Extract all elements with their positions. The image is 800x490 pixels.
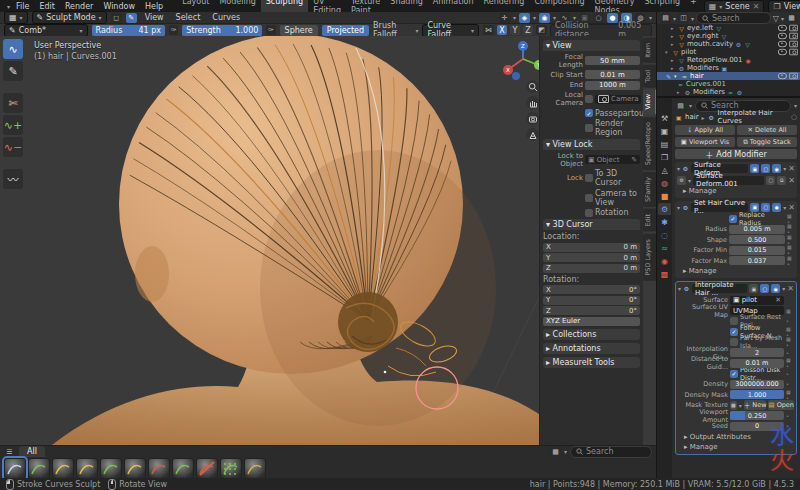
factor-min-field[interactable]: 0.015 [729,246,785,255]
pivot-point-button[interactable]: ✛ [499,13,510,23]
outliner-row-active[interactable]: ✎ ▾≈hair [657,72,800,80]
scene-tab-icon[interactable]: ◬ [658,164,671,176]
local-camera-object-field[interactable]: Camera [595,95,641,104]
poisson-disk-checkbox[interactable] [730,370,738,378]
outliner-row[interactable]: ▸▽eye.right ▽ [657,32,800,40]
outliner-search-input[interactable]: Search [696,12,771,24]
radius-field[interactable]: 0.005 m [729,225,785,234]
slide-brush-thumbnail[interactable] [244,458,266,479]
cursor-section-header[interactable]: ▾ 3D Cursor [543,219,640,230]
cursor-loc-x[interactable]: X0 m [543,243,640,252]
replace-radius-checkbox[interactable] [729,215,737,223]
radius-slider[interactable]: Radius41 px [92,25,166,36]
toggle-stack-button[interactable]: ⧉Toggle Stack [737,137,797,147]
breadcrumb-object[interactable]: hair [685,113,699,121]
mirror-z-button[interactable]: Z [523,25,533,35]
outliner-row[interactable]: ▸⚙Modifiers ≈⚙ [657,88,800,96]
view-section-header[interactable]: ▾ View [543,40,640,51]
world-tab-icon[interactable]: ◍ [658,177,671,189]
menu-select[interactable]: Select [172,13,205,22]
surface-object-field[interactable]: ▣pilot✕ [730,296,784,305]
falloff-shape-icon[interactable]: ◩ [536,25,547,35]
cursor-rot-y[interactable]: Y0° [543,296,640,305]
realtime-toggle[interactable]: ▢ [760,284,769,293]
breadcrumb-modifier[interactable]: Interpolate Hair Curves [718,109,788,125]
hide-toggle-icon[interactable] [778,25,787,31]
physics-tab-icon[interactable]: ◌ [658,229,671,241]
bind-icon[interactable]: ▢ [766,176,775,185]
density-mask-slider[interactable]: 1.000 [730,390,784,399]
cursor-rot-z[interactable]: Z0° [543,306,640,315]
slide-tool-button[interactable]: 〰 [3,169,23,189]
outliner-row[interactable]: ▸▽mouth.cavity ⚙▽ [657,40,800,48]
pin-icon[interactable]: ○ [791,113,797,121]
viewlayer-selector[interactable]: ❒ ViewLayer ✕ [768,0,800,13]
outliner-row[interactable]: ▸▽RetopoFlow.001 ◉ [657,56,800,64]
shape-field[interactable]: 0.500 [729,235,785,244]
outliner-row[interactable]: ≈Curves.001 [657,80,800,88]
part-by-mesh-islands-checkbox[interactable] [730,338,738,346]
modifiers-tab-icon[interactable]: ⚙ [658,203,671,215]
copy-icon[interactable]: ⧉ [777,176,786,185]
data-tab-icon[interactable]: ≈ [658,242,671,254]
object-tab-icon[interactable]: ■ [658,190,671,202]
smooth-brush-thumbnail[interactable] [172,458,194,479]
local-camera-checkbox[interactable] [585,95,593,103]
sidebar-tab-tool[interactable]: Tool [643,65,656,88]
interpolation-guides-field[interactable]: 2 [730,348,784,357]
shelf-menu-icon[interactable]: ☰ [4,447,15,457]
lock-to-object-field[interactable]: ▣Object✎ [585,155,640,164]
render-tab-icon[interactable]: ▣ [658,125,671,137]
close-icon[interactable]: ✕ [787,284,794,293]
rotation-order-dropdown[interactable]: XYZ Euler [543,317,640,326]
delete-tool-button[interactable]: ∿− [3,137,23,157]
comb-brush-thumbnail[interactable] [4,458,26,479]
scene-selector[interactable]: ▦▾ Scene ✕ [704,0,765,13]
add-brush-thumbnail[interactable] [28,458,50,479]
passepartout-checkbox[interactable] [585,109,593,117]
collision-distance-field[interactable]: Collision distance 0.005 m [550,24,652,37]
modifier-icon-dropdown[interactable]: ⚙ [677,176,686,185]
new-texture-button[interactable]: ＋New [744,400,767,410]
realtime-toggle[interactable]: ▢ [761,164,770,173]
menu-curves[interactable]: Curves [208,13,244,22]
editor-type-button[interactable]: ▦▾ [4,11,28,24]
factor-max-field[interactable]: 0.037 [729,256,785,265]
output-tab-icon[interactable]: ▤ [658,138,671,150]
clip-start-field[interactable]: 0.01 m [585,70,640,79]
properties-editor-icon[interactable]: ▤ [675,101,686,111]
edit-mode-toggle[interactable]: ▣ [749,284,758,293]
sphere-button[interactable]: Sphere [280,25,318,36]
perspective-toggle-icon[interactable] [526,128,539,141]
extras-menu-icon[interactable]: ▾ [782,285,785,292]
add-tool-button[interactable]: ∿+ [3,115,23,135]
outliner-row[interactable]: ▾▽pilot [657,48,800,56]
sidebar-tab-sfamily[interactable]: SFamily [643,172,656,207]
surface-deform-target-field[interactable]: Surface Deform.001 [693,176,764,185]
paint-tool-button[interactable]: ✎ [3,61,23,81]
proportional-editing-button[interactable]: ◉ [539,13,550,23]
apply-all-button[interactable]: ↓Apply All [675,125,735,135]
curve-falloff-dropdown[interactable]: Curve Falloff▾ [422,24,479,37]
expand-icon[interactable]: ▾ [677,165,680,172]
hide-toggle-icon[interactable] [778,41,787,47]
close-icon[interactable]: ✕ [788,164,795,173]
comb-tool-button[interactable]: ∿ [3,39,23,59]
sidebar-tab-edit[interactable]: Edit [643,209,656,232]
manage-subpanel[interactable]: ▸ Manage [683,267,795,275]
zoom-icon[interactable] [526,80,539,93]
strength-slider[interactable]: Strength1.000 [182,25,262,36]
material-tab-icon[interactable]: ◉ [658,255,671,267]
menu-view[interactable]: View [141,13,168,22]
cut-brush-thumbnail[interactable] [148,458,170,479]
viewlayer-tab-icon[interactable]: ❒ [658,151,671,163]
outliner-row[interactable]: ▸▽eye.left ▽ [657,24,800,32]
render-toggle[interactable]: ◉ [771,284,780,293]
hide-toggle-icon[interactable] [778,73,787,79]
puff-brush-thumbnail[interactable] [52,458,74,479]
strength-pressure-icon[interactable]: ✑ [266,25,275,35]
new-collection-icon[interactable]: ▦ [786,13,797,23]
close-icon[interactable]: ✕ [788,203,795,212]
lock-3d-cursor-checkbox[interactable] [585,174,593,182]
display-mode-icon[interactable]: ▦ [550,447,561,457]
